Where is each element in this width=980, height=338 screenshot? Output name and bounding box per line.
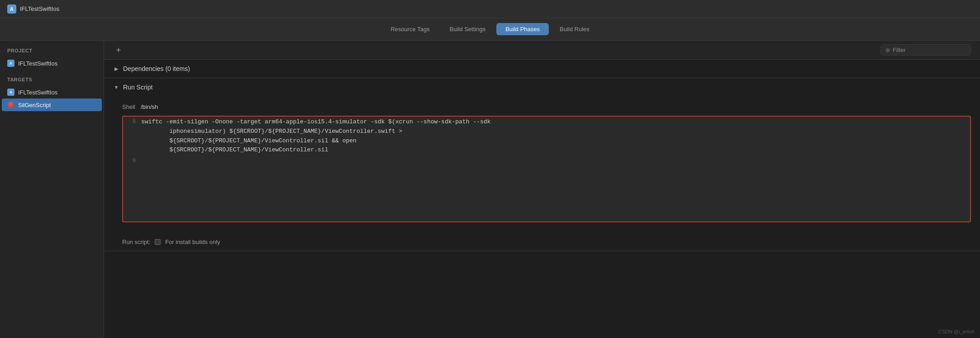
sidebar-target-name-silgen: SilGenScript [18, 102, 51, 108]
run-script-phase-header[interactable]: ▼ Run Script [104, 78, 980, 96]
project-icon-badge: A [7, 60, 14, 67]
code-line-9: 9 [123, 156, 970, 167]
dependencies-phase-row[interactable]: ▶ Dependencies (0 items) [104, 60, 980, 78]
sidebar-item-silgen-target[interactable]: SilGenScript [2, 99, 102, 111]
phases-content: ▶ Dependencies (0 items) ▼ Run Script Sh… [104, 60, 980, 251]
sidebar: PROJECT A IFLTestSwiftIos TARGETS A IFLT… [0, 41, 104, 338]
line-number-9: 9 [123, 157, 141, 166]
filter-placeholder: Filter [893, 47, 906, 53]
content-area: + ⊜ Filter ▶ Dependencies (0 items) ▼ Ru… [104, 41, 980, 338]
tab-build-rules[interactable]: Build Rules [551, 23, 599, 35]
tab-bar: Resource Tags Build Settings Build Phase… [0, 18, 980, 41]
code-content-8: swiftc -emit-silgen -Onone -target arm64… [141, 117, 496, 155]
title-bar: A IFLTestSwiftIos [0, 0, 980, 18]
tab-build-settings[interactable]: Build Settings [441, 23, 495, 35]
project-icon: A [7, 60, 14, 67]
target-icon-badge-ifl: A [7, 89, 14, 96]
code-editor[interactable]: 8 swiftc -emit-silgen -Onone -target arm… [122, 116, 971, 222]
app-title: IFLTestSwiftIos [20, 5, 59, 12]
shell-row: Shell /bin/sh [122, 103, 971, 110]
target-icon-badge-silgen [8, 102, 14, 108]
dependencies-chevron: ▶ [113, 66, 119, 72]
target-icon-silgen [7, 101, 14, 108]
sidebar-item-project[interactable]: A IFLTestSwiftIos [0, 57, 104, 70]
content-toolbar: + ⊜ Filter [104, 41, 980, 60]
add-phase-button[interactable]: + [113, 45, 124, 56]
filter-box[interactable]: ⊜ Filter [880, 44, 971, 56]
code-empty-space [123, 167, 970, 221]
filter-icon: ⊜ [885, 47, 890, 53]
code-line-8: 8 swiftc -emit-silgen -Onone -target arm… [123, 117, 970, 156]
sidebar-target-name-ifl: IFLTestSwiftIos [18, 89, 57, 96]
sidebar-item-ifl-target[interactable]: A IFLTestSwiftIos [0, 86, 104, 99]
install-builds-checkbox[interactable] [155, 239, 161, 245]
line-number-8: 8 [123, 117, 141, 155]
app-icon: A [7, 5, 16, 14]
run-script-footer: Run script: For install builds only [104, 233, 980, 251]
tab-resource-tags[interactable]: Resource Tags [381, 23, 438, 35]
run-script-phase: ▼ Run Script Shell /bin/sh 8 swiftc -emi [104, 78, 980, 251]
code-content-9 [141, 157, 150, 166]
watermark: CSDN @i_erlich [938, 329, 975, 334]
shell-label: Shell [122, 103, 135, 110]
sidebar-project-name: IFLTestSwiftIos [18, 60, 57, 67]
project-section-label: PROJECT [0, 48, 104, 57]
target-icon-ifl: A [7, 89, 14, 96]
run-script-label: Run script: [122, 239, 150, 245]
targets-section-label: TARGETS [0, 77, 104, 86]
script-content: Shell /bin/sh 8 swiftc -emit-silgen -Ono… [104, 96, 980, 233]
install-builds-label: For install builds only [165, 239, 220, 245]
run-script-phase-title: Run Script [123, 84, 152, 91]
run-script-chevron: ▼ [113, 84, 119, 90]
dependencies-phase-title: Dependencies (0 items) [123, 65, 190, 72]
tab-build-phases[interactable]: Build Phases [496, 23, 549, 35]
main-layout: PROJECT A IFLTestSwiftIos TARGETS A IFLT… [0, 41, 980, 338]
shell-value: /bin/sh [141, 103, 158, 110]
